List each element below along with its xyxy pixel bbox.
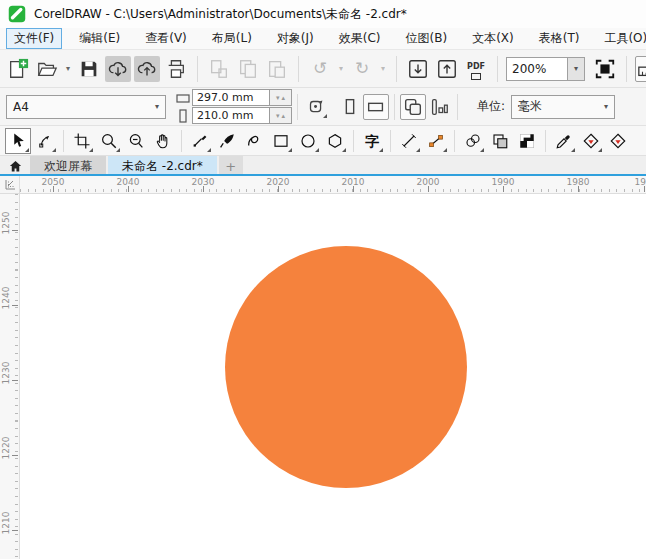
vertical-ruler[interactable]: 1250 1240 1230 1220 1210: [0, 194, 20, 559]
horizontal-ruler[interactable]: 2050 2040 2030 2020 2010 2000 1990 1980 …: [20, 176, 646, 194]
hruler-major-tick: [644, 186, 645, 192]
open-button[interactable]: [34, 56, 60, 82]
connector-tool[interactable]: [423, 128, 449, 154]
redo-dropdown-caret[interactable]: ▾: [378, 64, 388, 73]
freehand-tool[interactable]: [187, 128, 213, 154]
save-floppy-icon: [78, 58, 100, 80]
new-document-button[interactable]: [5, 56, 31, 82]
cut-icon: [208, 58, 230, 80]
current-page-icon: [428, 96, 450, 118]
ruler-minor-ticks: [20, 189, 646, 192]
menu-tools[interactable]: 工具(O): [596, 28, 646, 49]
smart-fill-tool[interactable]: [605, 128, 631, 154]
all-pages-button[interactable]: [400, 94, 426, 120]
page-width-input[interactable]: 297.0 mm: [192, 89, 270, 106]
menu-object[interactable]: 对象(J): [269, 28, 322, 49]
hruler-major-tick: [578, 186, 579, 192]
page-width-spinner[interactable]: ▾▴: [270, 89, 292, 106]
home-tab-button[interactable]: [0, 156, 30, 176]
polygon-tool[interactable]: [322, 128, 348, 154]
shape-tool[interactable]: [32, 128, 58, 154]
zoom-level-value[interactable]: 200%: [506, 57, 568, 81]
landscape-orientation-button[interactable]: [363, 94, 389, 120]
artistic-media-tool[interactable]: [214, 128, 240, 154]
export-icon: [436, 58, 458, 80]
open-dropdown-caret[interactable]: ▾: [63, 64, 73, 73]
print-button[interactable]: [163, 56, 189, 82]
transparency-tool[interactable]: [487, 128, 513, 154]
zoom-level-caret[interactable]: ▾: [568, 57, 585, 81]
zoom-out-tool[interactable]: [123, 128, 149, 154]
interactive-fill-tool[interactable]: [578, 128, 604, 154]
menu-text[interactable]: 文本(X): [464, 28, 522, 49]
bspline-tool[interactable]: [241, 128, 267, 154]
ruler-origin-corner[interactable]: [0, 176, 20, 194]
print-icon: [165, 58, 187, 80]
separator: [353, 130, 354, 152]
pattern-fill-tool[interactable]: [514, 128, 540, 154]
flyout-indicator: [52, 148, 56, 152]
undo-dropdown-caret[interactable]: ▾: [336, 64, 346, 73]
document-tab-bar: 欢迎屏幕 未命名 -2.cdr* +: [0, 156, 646, 176]
vruler-major-tick: [12, 455, 18, 456]
page-size-select[interactable]: A4 ▾: [6, 95, 166, 119]
flyout-indicator: [315, 148, 319, 152]
menu-bitmaps[interactable]: 位图(B): [398, 28, 456, 49]
cloud-upload-button[interactable]: [134, 56, 160, 82]
pdf-icon: PDF: [467, 58, 485, 80]
publish-to-pdf-button[interactable]: PDF: [463, 56, 489, 82]
menu-effects[interactable]: 效果(C): [331, 28, 389, 49]
pan-tool[interactable]: [150, 128, 176, 154]
full-screen-preview-button[interactable]: [592, 56, 618, 82]
pick-tool[interactable]: [5, 128, 31, 154]
zoom-tool[interactable]: [96, 128, 122, 154]
nudge-offset-button[interactable]: [303, 94, 329, 120]
drawing-canvas[interactable]: [20, 194, 646, 559]
separator: [497, 56, 498, 82]
paste-button[interactable]: [264, 56, 290, 82]
ellipse-tool[interactable]: [295, 128, 321, 154]
vruler-label: 1230: [1, 359, 11, 387]
blend-tool[interactable]: [460, 128, 486, 154]
import-button[interactable]: [405, 56, 431, 82]
eyedropper-tool[interactable]: [551, 128, 577, 154]
flyout-indicator: [116, 148, 120, 152]
save-button[interactable]: [76, 56, 102, 82]
undo-button[interactable]: ↺: [307, 56, 333, 82]
page-height-spinner[interactable]: ▾▴: [270, 107, 292, 124]
crop-tool[interactable]: [69, 128, 95, 154]
portrait-orientation-button[interactable]: [337, 94, 363, 120]
menu-file[interactable]: 文件(F): [6, 28, 62, 49]
export-button[interactable]: [434, 56, 460, 82]
flyout-indicator: [342, 148, 346, 152]
units-select[interactable]: 毫米 ▾: [511, 95, 615, 119]
vruler-label: 1220: [1, 434, 11, 462]
cloud-download-button[interactable]: [105, 56, 131, 82]
separator: [390, 130, 391, 152]
tab-welcome-screen[interactable]: 欢迎屏幕: [30, 156, 106, 176]
current-page-button[interactable]: [426, 94, 452, 120]
flyout-indicator: [323, 114, 327, 118]
separator: [457, 94, 458, 120]
copy-button[interactable]: [235, 56, 261, 82]
new-tab-button[interactable]: +: [219, 156, 243, 176]
separator: [396, 56, 397, 82]
show-rulers-toggle[interactable]: [635, 56, 646, 82]
zoom-level-combobox[interactable]: 200% ▾: [506, 57, 585, 81]
separator: [545, 130, 546, 152]
menu-view[interactable]: 查看(V): [137, 28, 195, 49]
menu-edit[interactable]: 编辑(E): [71, 28, 128, 49]
cut-button[interactable]: [206, 56, 232, 82]
text-tool[interactable]: 字: [359, 128, 385, 154]
tab-untitled-document[interactable]: 未命名 -2.cdr*: [108, 156, 217, 176]
hruler-major-tick: [53, 186, 54, 192]
ruler-origin-icon: [4, 179, 16, 191]
orange-circle-shape[interactable]: [225, 246, 467, 488]
dimension-tool[interactable]: [396, 128, 422, 154]
page-height-input[interactable]: 210.0 mm: [192, 107, 270, 124]
rectangle-tool[interactable]: [268, 128, 294, 154]
redo-button[interactable]: ↻: [349, 56, 375, 82]
menu-layout[interactable]: 布局(L): [204, 28, 260, 49]
menu-table[interactable]: 表格(T): [531, 28, 588, 49]
home-icon: [8, 159, 23, 174]
